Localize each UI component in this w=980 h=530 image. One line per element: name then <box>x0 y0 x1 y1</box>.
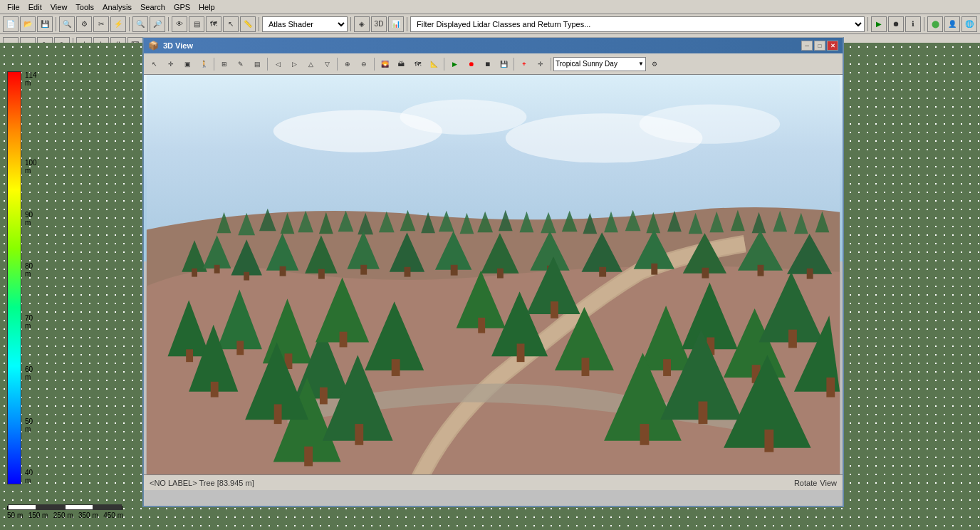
record-btn[interactable]: ⏺ <box>888 16 904 32</box>
svg-rect-100 <box>764 430 773 452</box>
sep4 <box>259 17 259 31</box>
zoom-out[interactable]: 🔎 <box>150 16 165 32</box>
open-btn[interactable]: 📂 <box>20 16 36 32</box>
svg-rect-96 <box>640 424 650 445</box>
svg-rect-42 <box>280 266 286 276</box>
menu-edit[interactable]: Edit <box>24 0 46 14</box>
sep6 <box>407 17 407 31</box>
tool4[interactable]: ⚡ <box>110 16 126 32</box>
map-btn[interactable]: 🗺 <box>206 16 221 32</box>
save-btn[interactable]: 💾 <box>37 16 53 32</box>
play-btn[interactable]: ▶ <box>871 16 887 32</box>
sky-preset-dropdown[interactable]: Tropical Sunny Day ▼ <box>553 57 646 71</box>
3d-frame[interactable]: ▤ <box>249 56 265 72</box>
menu-help[interactable]: Help <box>194 0 219 14</box>
world-btn[interactable]: 🌐 <box>961 16 977 32</box>
layers-btn[interactable]: ▤ <box>189 16 204 32</box>
sep7 <box>867 17 868 31</box>
info-btn[interactable]: ℹ <box>905 16 921 32</box>
svg-rect-104 <box>517 343 525 362</box>
close-btn[interactable]: ✕ <box>827 41 838 51</box>
sep8 <box>924 17 924 31</box>
menu-search[interactable]: Search <box>136 0 170 14</box>
3d-left[interactable]: ◁ <box>270 56 286 72</box>
zoom-in[interactable]: 🔍 <box>132 16 148 32</box>
filter-dropdown[interactable]: Filter Displayed Lidar Classes and Retur… <box>410 16 865 32</box>
svg-rect-68 <box>236 341 244 355</box>
svg-rect-48 <box>405 267 411 277</box>
svg-rect-94 <box>274 404 282 424</box>
person-btn[interactable]: 👤 <box>944 16 960 32</box>
svg-rect-98 <box>699 401 708 424</box>
3d-pointer[interactable]: ↖ <box>147 56 162 72</box>
sep-3d-6 <box>514 58 514 71</box>
3d-grid[interactable]: ⊞ <box>217 56 232 72</box>
3d-stop[interactable]: ⏹ <box>479 56 495 72</box>
3d-save[interactable]: 💾 <box>496 56 511 72</box>
menu-gps[interactable]: GPS <box>170 0 194 14</box>
3d-up[interactable]: △ <box>303 56 318 72</box>
tool2[interactable]: ⚙ <box>76 16 92 32</box>
3d-move[interactable]: ✛ <box>163 56 179 72</box>
sep-3d-2 <box>267 58 268 71</box>
3d-settings[interactable]: ⚙ <box>647 56 662 72</box>
svg-rect-62 <box>758 265 764 276</box>
3d-right[interactable]: ▷ <box>286 56 302 72</box>
statusbar-controls: Rotate View <box>794 479 837 487</box>
sky-preset-value: Tropical Sunny Day <box>556 60 637 68</box>
svg-rect-108 <box>582 358 590 376</box>
svg-rect-80 <box>663 359 671 376</box>
tool3[interactable]: ✂ <box>93 16 109 32</box>
atlas-shader-dropdown[interactable]: Atlas Shader <box>262 16 348 32</box>
lidar-btn[interactable]: ◈ <box>354 16 370 32</box>
new-btn[interactable]: 📄 <box>3 16 19 32</box>
3d-cross[interactable]: ✛ <box>533 56 548 72</box>
3d-play[interactable]: ▶ <box>447 56 462 72</box>
sep-3d-1 <box>214 58 214 71</box>
green-circle[interactable]: ⬤ <box>927 16 943 32</box>
select-btn[interactable]: ↖ <box>223 16 239 32</box>
sep3 <box>168 17 169 31</box>
pts-btn[interactable]: 3D <box>371 16 387 32</box>
svg-rect-90 <box>304 447 313 467</box>
3d-down[interactable]: ▽ <box>319 56 335 72</box>
main-app: File Edit View Tools Analysis Search GPS… <box>0 0 980 530</box>
svg-rect-44 <box>318 269 325 279</box>
3d-plus[interactable]: + <box>516 56 532 72</box>
minimize-btn[interactable]: ─ <box>801 41 813 51</box>
toolbar-3d: ↖ ✛ ▣ 🚶 ⊞ ✎ ▤ ◁ ▷ △ ▽ ⊕ ⊖ 🌄 🏔 🗺 📐 ▶ ⏺ ⏹ <box>144 53 843 75</box>
3d-zoom-out[interactable]: ⊖ <box>356 56 372 72</box>
menu-analysis[interactable]: Analysis <box>98 0 136 14</box>
menu-file[interactable]: File <box>3 0 24 14</box>
3d-scene[interactable]: <NO LABEL> Tree [83.945 m] Rotate View <box>144 75 843 490</box>
menu-view[interactable]: View <box>46 0 72 14</box>
svg-rect-50 <box>451 265 458 276</box>
3d-mark[interactable]: ✎ <box>233 56 249 72</box>
3d-scene1[interactable]: 🌄 <box>377 56 392 72</box>
tool1[interactable]: 🔍 <box>59 16 75 32</box>
legend-labels: 114 m 100 m 90 m 80 m 70 m 60 m 50 m 40 … <box>25 71 37 484</box>
svg-rect-102 <box>478 318 485 333</box>
3d-scene4[interactable]: 📐 <box>426 56 442 72</box>
svg-rect-106 <box>551 301 558 318</box>
maximize-btn[interactable]: □ <box>814 41 825 51</box>
menu-tools[interactable]: Tools <box>71 0 98 14</box>
svg-rect-46 <box>360 265 367 275</box>
svg-rect-76 <box>340 332 348 348</box>
view-3d-title: 3D View <box>163 41 193 50</box>
3d-box[interactable]: ▣ <box>179 56 195 72</box>
svg-rect-60 <box>702 268 709 279</box>
3d-scene3[interactable]: 🗺 <box>410 56 425 72</box>
measure-btn[interactable]: 📏 <box>240 16 256 32</box>
3d-walk[interactable]: 🚶 <box>196 56 212 72</box>
analyze-btn[interactable]: 📊 <box>388 16 404 32</box>
view-btn[interactable]: 👁 <box>172 16 187 32</box>
3d-record[interactable]: ⏺ <box>463 56 479 72</box>
svg-rect-86 <box>788 330 797 348</box>
3d-scene-svg <box>144 75 843 490</box>
titlebar-left: 📦 3D View <box>148 41 193 51</box>
rotate-label: Rotate <box>794 479 817 487</box>
3d-zoom-in[interactable]: ⊕ <box>340 56 355 72</box>
sep5 <box>350 17 351 31</box>
3d-scene2[interactable]: 🏔 <box>393 56 409 72</box>
